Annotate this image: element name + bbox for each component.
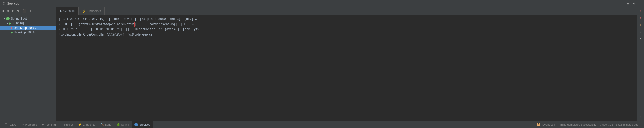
- sidebar-item-user-app[interactable]: ▶ UserApp :8081/: [0, 30, 56, 35]
- bottom-tab-todo[interactable]: ☑ TODO: [2, 121, 19, 128]
- build-status-text: Build completed successfully in 3 sec, 3…: [558, 123, 642, 126]
- todo-label: TODO: [8, 123, 16, 126]
- services-icon: [134, 123, 138, 126]
- spring-label: Spring: [121, 123, 129, 126]
- title-bar-title-area: ⚙ Services: [3, 2, 19, 5]
- spring-icon: 🌿: [116, 123, 120, 126]
- event-log-label: Event Log: [542, 123, 555, 126]
- terminal-label: Terminal: [45, 123, 56, 126]
- tab-console[interactable]: ▶ Console: [56, 7, 79, 15]
- tab-bar: ▶ Console ⚡ Endpoints: [56, 7, 637, 15]
- build-label: Build: [105, 123, 111, 126]
- event-log-badge: 3: [537, 123, 541, 126]
- right-panel: ▶ Console ⚡ Endpoints [2024-03-05 16:00:…: [56, 7, 637, 121]
- user-app-label: UserApp :8081/: [14, 31, 35, 34]
- profiler-icon: ⊙: [61, 123, 63, 126]
- bottom-tab-terminal[interactable]: ▶ Terminal: [39, 121, 58, 128]
- terminal-icon: ▶: [42, 123, 44, 126]
- build-icon: 🔨: [100, 123, 104, 126]
- bottom-tab-problems[interactable]: ⚠ Problems: [19, 121, 39, 128]
- scroll-up-icon[interactable]: ⇈: [7, 9, 10, 14]
- endpoints-bottom-label: Endpoints: [83, 123, 95, 126]
- spring-boot-icon: [6, 17, 10, 20]
- minimize-icon[interactable]: —: [639, 2, 641, 6]
- settings-icon[interactable]: ⚙: [633, 1, 635, 6]
- tab-endpoints[interactable]: ⚡ Endpoints: [79, 7, 105, 15]
- expand-icon[interactable]: ⊞: [627, 1, 629, 6]
- add-icon[interactable]: +: [29, 9, 32, 14]
- endpoints-icon: ⚡: [82, 9, 86, 13]
- bottom-tab-spring[interactable]: 🌿 Spring: [114, 121, 132, 128]
- down-arrow-action-btn[interactable]: ↓: [638, 22, 643, 28]
- sidebar-item-spring-boot[interactable]: ▾ Spring Boot: [0, 16, 56, 21]
- sidebar-item-order-app[interactable]: ■ OrderApp :8080/: [0, 26, 56, 30]
- running-icon: ▶: [9, 22, 11, 25]
- sidebar-tree: ▾ Spring Boot ▾ ▶ Running ■ OrderApp :80…: [0, 15, 56, 121]
- log-line-2-after: ] [] [/order/send/mq] [GET] ↵: [135, 22, 193, 27]
- profiler-label: Profiler: [64, 123, 73, 126]
- log-line-4-text: .order.controller.OrderController] 发送的消息…: [61, 32, 156, 37]
- down-end-action-btn[interactable]: ⇓: [638, 29, 643, 35]
- bottom-bar: ☑ TODO ⚠ Problems ▶ Terminal ⊙ Profiler …: [0, 121, 644, 128]
- bottom-tab-endpoints[interactable]: ⚡ Endpoints: [75, 121, 98, 128]
- log-token-highlighted: jfzvm8ki8sfbzhw5q4po26isukpzir: [78, 22, 135, 27]
- bottom-tab-profiler[interactable]: ⊙ Profiler: [58, 121, 76, 128]
- log-line-2-before: [INFO] [: [61, 22, 78, 27]
- log-line-3-text: [HTTP/1.1] [] [0:0:0:0:0:0:0:1] [] [Orde…: [61, 27, 199, 32]
- up-end-action-btn[interactable]: ⇑: [638, 36, 643, 42]
- arrow-icon-3: ↳: [59, 27, 61, 32]
- log-line-2: ↳ [INFO] [jfzvm8ki8sfbzhw5q4po26isukpzir…: [59, 22, 634, 27]
- log-line-1: [2024-03-05 16:00:08.919] [order-service…: [59, 17, 634, 22]
- edit-action-btn[interactable]: ✎: [638, 8, 643, 14]
- layout-icon[interactable]: ⊞: [12, 9, 15, 14]
- main-area: ⇊ ⇈ ⊞ ▽ ⬛ + ▾ Spring Boot ▾ ▶ Running: [0, 7, 644, 121]
- more-action-btn[interactable]: »: [638, 114, 643, 120]
- endpoints-bottom-icon: ⚡: [78, 123, 82, 126]
- filter-icon[interactable]: ▽: [17, 9, 20, 14]
- spring-boot-label: Spring Boot: [11, 17, 27, 20]
- run-config-icon[interactable]: ⬛: [22, 9, 27, 14]
- scroll-to-end-icon[interactable]: ⇊: [2, 9, 5, 14]
- console-tab-label: Console: [63, 9, 75, 13]
- chevron-down-icon2: ▾: [7, 22, 8, 25]
- run-icon2: ▶: [11, 31, 13, 34]
- sidebar-item-running[interactable]: ▾ ▶ Running: [0, 21, 56, 26]
- log-line-3: ↳ [HTTP/1.1] [] [0:0:0:0:0:0:0:1] [] [Or…: [59, 27, 634, 32]
- chevron-down-icon: ▾: [4, 17, 5, 20]
- title-bar-actions: ⊞ ⚙ —: [627, 1, 641, 6]
- log-line-1-text: [2024-03-05 16:00:08.919] [order-service…: [59, 17, 197, 22]
- console-output[interactable]: [2024-03-05 16:00:08.919] [order-service…: [56, 15, 637, 121]
- bottom-tab-services[interactable]: Services: [132, 121, 153, 128]
- window-title: Services: [7, 2, 19, 5]
- problems-icon: ⚠: [21, 123, 24, 126]
- bottom-tab-event-log[interactable]: 3 Event Log: [534, 121, 558, 128]
- sidebar: ⇊ ⇈ ⊞ ▽ ⬛ + ▾ Spring Boot ▾ ▶ Running: [0, 7, 56, 121]
- problems-label: Problems: [25, 123, 37, 126]
- log-line-4: ↳ .order.controller.OrderController] 发送的…: [59, 32, 634, 37]
- sidebar-toolbar: ⇊ ⇈ ⊞ ▽ ⬛ +: [0, 7, 56, 15]
- arrow-icon-4: ↳: [59, 32, 61, 37]
- services-label: Services: [139, 123, 150, 126]
- stop-icon: ■: [11, 26, 13, 29]
- title-bar: ⚙ Services ⊞ ⚙ —: [0, 0, 644, 7]
- order-app-label: OrderApp :8080/: [14, 26, 36, 30]
- console-icon: ▶: [60, 9, 62, 13]
- up-arrow-action-btn[interactable]: ↑: [638, 15, 643, 21]
- running-label: Running: [12, 21, 24, 25]
- endpoints-tab-label: Endpoints: [87, 9, 101, 13]
- action-bar: ✎ ↑ ↓ ⇓ ⇑ »: [637, 7, 644, 121]
- todo-icon: ☑: [5, 123, 7, 126]
- bottom-tab-build[interactable]: 🔨 Build: [98, 121, 114, 128]
- arrow-icon-2: ↳: [59, 22, 61, 27]
